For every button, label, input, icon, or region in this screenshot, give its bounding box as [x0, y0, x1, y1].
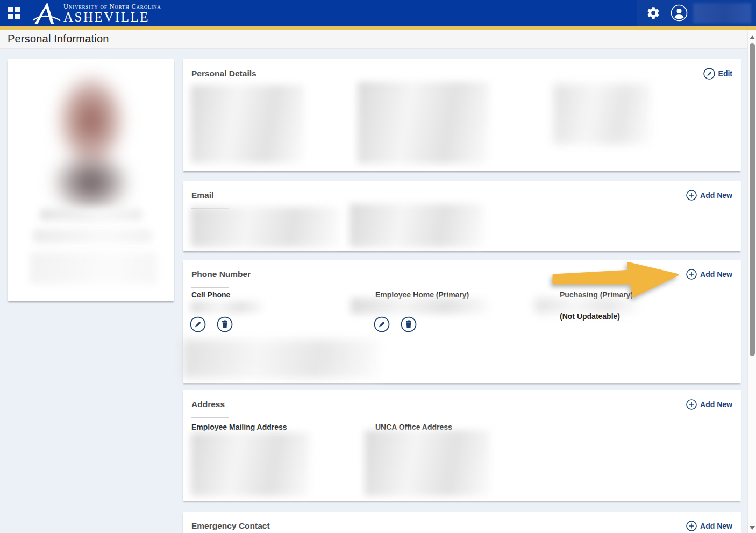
email-card: Email Add New — [183, 181, 741, 251]
content-area: Personal Details Edit Email — [0, 49, 756, 533]
edit-personal-details-button[interactable]: Edit — [703, 68, 732, 80]
phone-number-card: Phone Number Add New Cell Phone — [183, 260, 741, 383]
topbar-user-panel — [637, 0, 756, 26]
logo-line1: University of North Carolina — [63, 3, 161, 10]
delete-home-phone-button[interactable] — [401, 316, 417, 332]
plus-circle-icon — [686, 399, 697, 410]
not-updateable-note: (Not Updateable) — [560, 312, 620, 321]
phone-number-title: Phone Number — [191, 269, 251, 279]
personal-information-page: University of North Carolina ASHEVILLE P — [0, 0, 756, 533]
section-divider — [191, 417, 229, 418]
edit-pencil-icon — [703, 68, 715, 80]
edit-cell-phone-button[interactable] — [190, 316, 206, 332]
plus-circle-icon — [686, 521, 697, 531]
edit-pencil-icon — [374, 316, 390, 332]
edit-home-phone-button[interactable] — [374, 316, 390, 332]
trash-icon — [217, 316, 233, 332]
redacted-email — [350, 204, 484, 247]
redacted-field — [554, 84, 651, 144]
page-title: Personal Information — [8, 33, 109, 45]
profile-user-icon[interactable] — [671, 4, 688, 22]
address-entry-label: Employee Mailing Address — [191, 423, 287, 431]
redacted-address — [191, 432, 310, 496]
plus-circle-icon — [686, 269, 697, 280]
personal-details-title: Personal Details — [191, 69, 256, 79]
add-new-email-button[interactable]: Add New — [686, 190, 732, 201]
app-menu-icon[interactable] — [8, 7, 20, 20]
page-title-bar: Personal Information — [0, 30, 756, 49]
edit-pencil-icon — [190, 316, 206, 332]
redacted-phone-value — [535, 298, 640, 313]
add-new-phone-button[interactable]: Add New — [686, 269, 732, 280]
scrollbar-thumb[interactable] — [750, 43, 755, 356]
logo-line2: ASHEVILLE — [63, 10, 161, 24]
redacted-field — [358, 82, 489, 164]
profile-photo-card — [8, 59, 174, 301]
scroll-up-arrow-icon[interactable] — [750, 35, 755, 39]
redacted-block — [183, 339, 380, 378]
delete-cell-phone-button[interactable] — [217, 316, 233, 332]
add-new-address-button[interactable]: Add New — [686, 399, 732, 410]
plus-circle-icon — [686, 190, 697, 201]
unca-logo[interactable]: University of North Carolina ASHEVILLE — [32, 1, 161, 26]
profile-text-redacted — [33, 229, 152, 243]
phone-entry-label: Cell Phone — [191, 290, 230, 299]
redacted-phone-value — [351, 298, 489, 314]
trash-icon — [401, 316, 417, 332]
section-divider — [191, 287, 229, 288]
vertical-scrollbar[interactable] — [747, 31, 756, 533]
top-navigation-bar: University of North Carolina ASHEVILLE — [0, 0, 756, 26]
scroll-down-arrow-icon[interactable] — [750, 526, 755, 530]
add-new-emergency-contact-button[interactable]: Add New — [686, 521, 732, 531]
user-name-redacted — [693, 3, 751, 23]
profile-text-redacted — [30, 252, 157, 284]
redacted-field — [191, 85, 304, 163]
settings-gear-icon[interactable] — [646, 6, 660, 20]
profile-text-redacted — [40, 209, 142, 221]
emergency-contact-card: Emergency Contact Add New — [183, 512, 741, 533]
redacted-email — [191, 207, 339, 247]
email-title: Email — [191, 190, 213, 200]
emergency-contact-title: Emergency Contact — [191, 521, 270, 531]
redacted-address — [365, 430, 490, 496]
address-title: Address — [191, 400, 225, 409]
redacted-phone-value — [191, 301, 263, 313]
gold-accent-stripe — [0, 26, 756, 30]
address-card: Address Add New Employee Mailing Address… — [183, 390, 741, 501]
personal-details-card: Personal Details Edit — [183, 59, 741, 171]
unca-a-mark-icon — [32, 1, 61, 26]
